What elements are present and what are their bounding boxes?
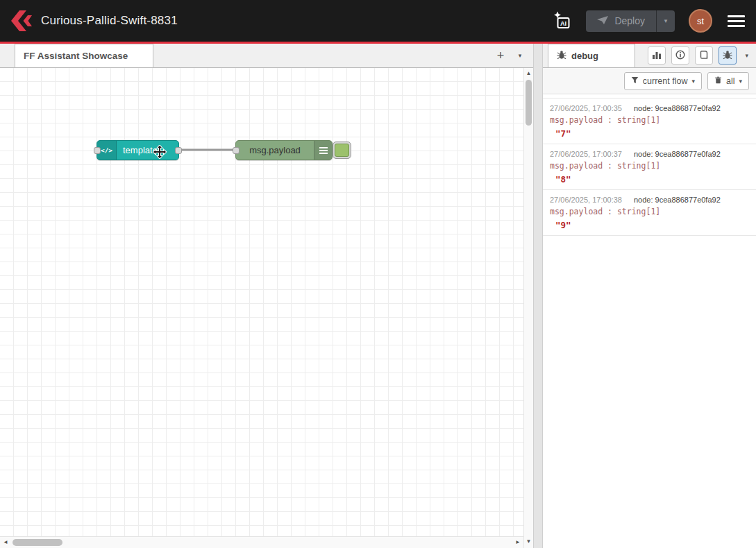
sidebar-splitter[interactable] bbox=[533, 44, 543, 548]
deploy-icon bbox=[597, 15, 608, 26]
chevron-down-icon: ▾ bbox=[519, 52, 522, 59]
message-meta: 27/06/2025, 17:00:37 node: 9cea886877e0f… bbox=[550, 150, 749, 158]
message-timestamp: 27/06/2025, 17:00:35 bbox=[550, 104, 622, 112]
sidebar-menu-button[interactable]: ▾ bbox=[742, 49, 751, 62]
template-output-port[interactable] bbox=[175, 147, 182, 154]
filter-icon bbox=[631, 76, 639, 86]
bug-icon bbox=[557, 50, 566, 62]
wire-layer bbox=[0, 68, 533, 536]
scroll-down-icon[interactable]: ▼ bbox=[524, 537, 533, 547]
trash-icon bbox=[714, 76, 722, 86]
info-icon bbox=[675, 50, 685, 62]
message-property[interactable]: msg.payload : string[1] bbox=[550, 207, 749, 216]
message-timestamp: 27/06/2025, 17:00:37 bbox=[550, 150, 622, 158]
message-node-id: node: 9cea886877e0fa92 bbox=[634, 196, 721, 204]
message-meta: 27/06/2025, 17:00:35 node: 9cea886877e0f… bbox=[550, 104, 749, 112]
workspace: FF Assistant Showcase + ▾ </> template bbox=[0, 44, 533, 548]
main-area: FF Assistant Showcase + ▾ </> template bbox=[0, 44, 756, 548]
user-avatar[interactable]: st bbox=[689, 9, 712, 33]
debug-clear-label: all bbox=[726, 76, 735, 86]
deploy-button-group: Deploy ▾ bbox=[586, 10, 675, 32]
debug-console-icon bbox=[314, 141, 332, 160]
main-menu-button[interactable] bbox=[726, 12, 746, 30]
chevron-down-icon: ▾ bbox=[691, 78, 695, 85]
debug-enable-toggle[interactable] bbox=[333, 142, 351, 159]
scroll-right-icon[interactable]: ► bbox=[515, 537, 521, 548]
debug-filter-button[interactable]: current flow ▾ bbox=[624, 72, 702, 90]
workspace-tabbar: FF Assistant Showcase + ▾ bbox=[0, 44, 533, 68]
message-meta: 27/06/2025, 17:00:38 node: 9cea886877e0f… bbox=[550, 196, 749, 204]
instance-title: Curious-Pallid-Swift-8831 bbox=[41, 14, 178, 28]
scroll-up-icon[interactable]: ▲ bbox=[524, 69, 533, 78]
debug-message-list: 27/06/2025, 17:00:35 node: 9cea886877e0f… bbox=[543, 94, 756, 548]
sidebar-tab-debug-icon[interactable] bbox=[719, 46, 737, 65]
ai-assistant-button[interactable]: AI bbox=[551, 10, 572, 31]
flowfuse-logo-icon[interactable] bbox=[10, 10, 32, 31]
debug-message[interactable]: 27/06/2025, 17:00:35 node: 9cea886877e0f… bbox=[543, 98, 756, 144]
sidebar: debug bbox=[543, 44, 756, 548]
sidebar-tab-help[interactable] bbox=[695, 46, 713, 65]
svg-text:AI: AI bbox=[560, 20, 566, 27]
template-node[interactable]: </> template bbox=[96, 140, 179, 160]
ai-assistant-icon: AI bbox=[551, 10, 572, 31]
bar-chart-icon bbox=[652, 50, 662, 62]
message-node-id: node: 9cea886877e0fa92 bbox=[634, 104, 721, 112]
deploy-options-button[interactable]: ▾ bbox=[656, 10, 675, 32]
debug-toggle-indicator bbox=[335, 144, 349, 157]
sidebar-tab-icons: ▾ bbox=[648, 44, 756, 67]
message-timestamp: 27/06/2025, 17:00:38 bbox=[550, 196, 622, 204]
template-input-port[interactable] bbox=[94, 147, 101, 154]
debug-node-label: msg.payload bbox=[236, 145, 314, 155]
sidebar-tab-info[interactable] bbox=[671, 46, 689, 65]
template-node-label: template bbox=[117, 145, 158, 155]
chevron-down-icon: ▾ bbox=[739, 78, 742, 85]
workspace-tab-actions: + ▾ bbox=[492, 44, 533, 67]
book-icon bbox=[699, 50, 709, 62]
debug-filter-label: current flow bbox=[643, 76, 688, 86]
message-property[interactable]: msg.payload : string[1] bbox=[550, 161, 749, 171]
workspace-tab-label: FF Assistant Showcase bbox=[24, 51, 128, 61]
debug-input-port[interactable] bbox=[233, 147, 240, 154]
plus-icon: + bbox=[497, 49, 505, 63]
sidebar-tab-debug[interactable]: debug bbox=[548, 44, 635, 67]
node-red-app: Curious-Pallid-Swift-8831 AI Deploy ▾ bbox=[0, 0, 756, 548]
debug-message[interactable]: 27/06/2025, 17:00:38 node: 9cea886877e0f… bbox=[543, 190, 756, 236]
add-flow-button[interactable]: + bbox=[492, 46, 510, 65]
deploy-label: Deploy bbox=[614, 15, 645, 26]
vertical-scroll-thumb[interactable] bbox=[526, 80, 532, 126]
scroll-left-icon[interactable]: ◄ bbox=[3, 537, 8, 548]
sidebar-tabbar: debug bbox=[543, 44, 756, 68]
sidebar-tab-dashboard[interactable] bbox=[648, 46, 666, 65]
message-value[interactable]: "9" bbox=[550, 220, 749, 230]
flowfuse-logo-svg bbox=[10, 10, 32, 31]
horizontal-scroll-thumb[interactable] bbox=[12, 539, 62, 546]
message-node-id: node: 9cea886877e0fa92 bbox=[634, 150, 721, 158]
chevron-down-icon: ▾ bbox=[664, 17, 668, 24]
debug-message[interactable]: 27/06/2025, 17:00:37 node: 9cea886877e0f… bbox=[543, 144, 756, 190]
message-value[interactable]: "7" bbox=[550, 128, 749, 139]
debug-clear-button[interactable]: all ▾ bbox=[707, 72, 749, 90]
debug-toolbar: current flow ▾ all ▾ bbox=[543, 68, 756, 94]
flow-list-button[interactable]: ▾ bbox=[511, 46, 529, 65]
chevron-down-icon: ▾ bbox=[745, 52, 748, 59]
vertical-scrollbar[interactable]: ▲ ▼ bbox=[523, 68, 533, 548]
message-value[interactable]: "8" bbox=[550, 174, 749, 185]
header: Curious-Pallid-Swift-8831 AI Deploy ▾ bbox=[0, 0, 756, 44]
horizontal-scrollbar[interactable]: ◄ ► bbox=[0, 536, 523, 548]
sidebar-tab-label: debug bbox=[571, 51, 598, 61]
header-actions: AI Deploy ▾ st bbox=[551, 9, 746, 33]
bug-icon bbox=[723, 50, 732, 62]
deploy-button[interactable]: Deploy bbox=[586, 10, 656, 32]
workspace-tab-active[interactable]: FF Assistant Showcase bbox=[15, 44, 153, 67]
debug-node[interactable]: msg.payload bbox=[235, 140, 333, 160]
flow-canvas[interactable]: </> template msg.payload bbox=[0, 68, 533, 536]
message-property[interactable]: msg.payload : string[1] bbox=[550, 115, 749, 125]
hamburger-icon bbox=[728, 15, 745, 17]
